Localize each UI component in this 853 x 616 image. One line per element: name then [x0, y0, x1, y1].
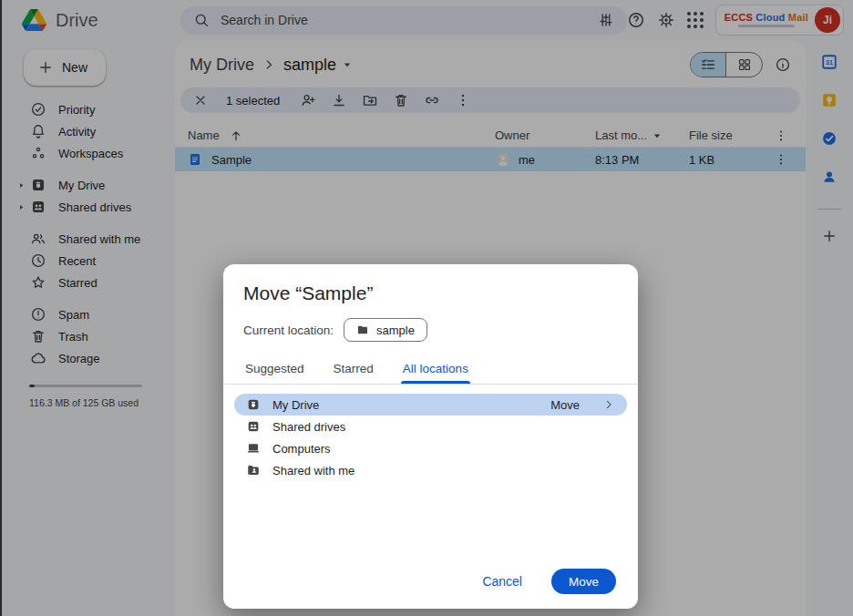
location-label: My Drive — [272, 398, 319, 412]
cancel-button[interactable]: Cancel — [477, 573, 528, 590]
tab-all-locations[interactable]: All locations — [401, 356, 470, 384]
location-label: Computers — [272, 442, 331, 456]
current-location-name: sample — [376, 323, 415, 337]
computer-icon — [246, 441, 261, 456]
tab-starred[interactable]: Starred — [332, 356, 375, 384]
my-drive-icon — [246, 397, 261, 412]
location-row-computers[interactable]: Computers — [234, 437, 627, 459]
location-row-shared-drives[interactable]: Shared drives — [234, 416, 627, 437]
tab-suggested[interactable]: Suggested — [243, 356, 306, 384]
current-location-label: Current location: — [243, 323, 334, 337]
location-label: Shared with me — [272, 464, 355, 477]
dialog-tabs: Suggested Starred All locations — [223, 356, 638, 385]
current-location-chip[interactable]: sample — [344, 318, 427, 342]
shared-drives-icon — [246, 419, 261, 434]
location-row-my-drive[interactable]: My Drive Move — [234, 394, 627, 416]
open-folder-chevron-icon[interactable] — [602, 398, 615, 411]
google-drive-window: Drive ECCS Cloud Mail — [0, 0, 853, 616]
location-list: My Drive Move Shared drives Computers Sh… — [234, 394, 627, 481]
dialog-title: Move “Sample” — [243, 282, 618, 304]
move-dialog: Move “Sample” Current location: sample S… — [223, 264, 638, 609]
shared-folder-icon — [246, 463, 261, 477]
location-label: Shared drives — [272, 420, 345, 434]
location-row-shared-with-me[interactable]: Shared with me — [234, 459, 627, 481]
move-here-label[interactable]: Move — [550, 398, 580, 412]
move-button[interactable]: Move — [551, 569, 616, 594]
folder-icon — [356, 323, 369, 336]
